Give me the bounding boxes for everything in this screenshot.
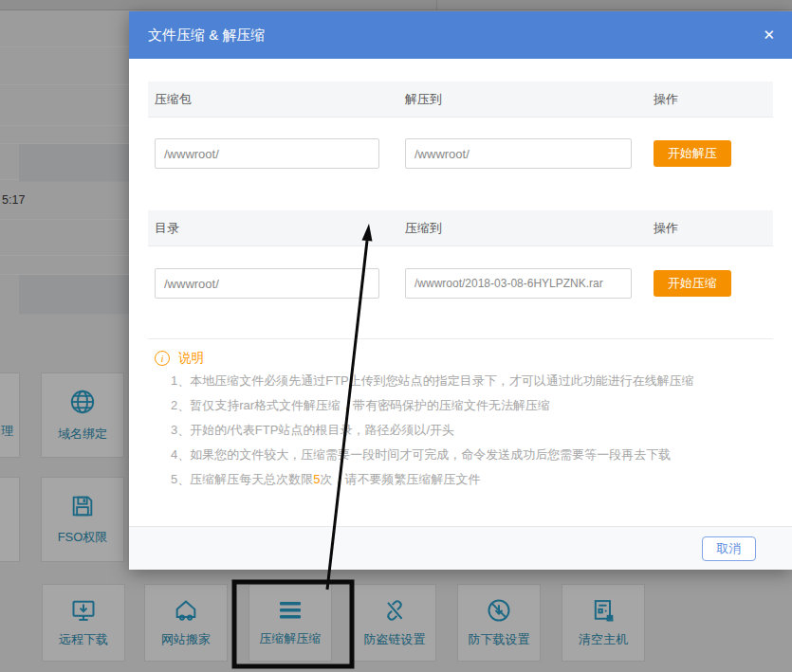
note-item-2: 2、暂仅支持rar格式文件解压缩，带有密码保护的压缩文件无法解压缩	[171, 397, 550, 414]
directory-input[interactable]	[155, 268, 379, 299]
column-label-action: 操作	[654, 82, 678, 117]
archive-path-input[interactable]	[155, 138, 379, 169]
extract-to-input[interactable]	[405, 138, 632, 169]
start-decompress-button[interactable]: 开始解压	[654, 140, 731, 167]
cancel-button[interactable]: 取消	[702, 536, 756, 561]
compress-to-input[interactable]	[405, 268, 632, 299]
start-compress-button[interactable]: 开始压缩	[654, 270, 731, 297]
note-item-5: 5、压缩解压每天总次数限5次，请不要频繁压缩解压文件	[171, 471, 480, 488]
notes-header: i 说明	[155, 349, 204, 368]
screen: 5:17 理 域名绑定 换	[0, 0, 792, 672]
note-item-1: 1、本地压缩文件必须先通过FTP上传到您站点的指定目录下，才可以通过此功能进行在…	[171, 372, 694, 390]
decompress-header-row: 压缩包 解压到 操作	[148, 82, 773, 118]
note-item-5-text: 5、压缩解压每天总次数限	[171, 472, 313, 486]
note-item-4: 4、如果您的文件较大，压缩需要一段时间才可完成，命令发送成功后您需要等一段再去下…	[171, 446, 671, 463]
notes-title: 说明	[178, 350, 204, 367]
dialog-header: 文件压缩 & 解压缩 ✕	[129, 11, 792, 59]
notes-divider	[148, 338, 773, 339]
column-label-compress-to: 压缩到	[405, 210, 442, 245]
info-icon: i	[155, 351, 170, 366]
column-label-directory: 目录	[155, 210, 179, 245]
dialog-title: 文件压缩 & 解压缩	[148, 27, 265, 45]
compress-dialog: 文件压缩 & 解压缩 ✕ 压缩包 解压到 操作 开始解压 目录 压缩到 操作 开…	[129, 11, 792, 570]
close-icon[interactable]: ✕	[759, 11, 779, 59]
column-label-action: 操作	[654, 210, 678, 245]
note-item-5-suffix: 次，请不要频繁压缩解压文件	[320, 472, 480, 486]
column-label-extract-to: 解压到	[405, 82, 442, 117]
compress-header-row: 目录 压缩到 操作	[148, 210, 773, 246]
column-label-archive: 压缩包	[155, 82, 192, 117]
note-item-3: 3、开始的/代表FTP站点的根目录，路径必须以/开头	[171, 422, 454, 439]
dialog-footer: 取消	[129, 526, 792, 570]
